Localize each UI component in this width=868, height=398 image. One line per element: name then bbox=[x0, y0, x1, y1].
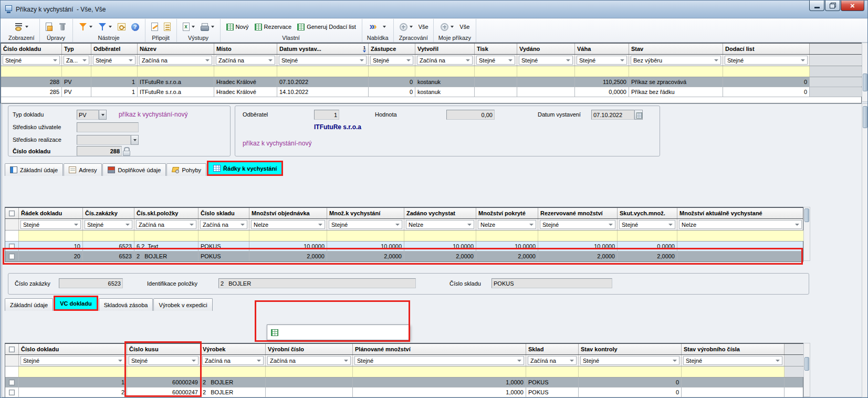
column-header[interactable]: Čís.skl.položky bbox=[134, 208, 198, 218]
filter-input[interactable] bbox=[249, 231, 327, 241]
column-header[interactable]: Množství aktuálně vychystané bbox=[677, 208, 804, 218]
filter-input[interactable] bbox=[138, 66, 214, 77]
typ-dokladu-field[interactable]: PV bbox=[77, 110, 99, 120]
filter-operator-select[interactable]: Nelze bbox=[679, 220, 802, 229]
scrollbar-thumb[interactable] bbox=[863, 106, 867, 128]
filter-operator-select[interactable]: Stejné bbox=[370, 56, 413, 65]
trash-button[interactable] bbox=[57, 22, 68, 32]
column-header[interactable]: Číslo kusu bbox=[127, 344, 201, 354]
view-button[interactable] bbox=[14, 22, 29, 32]
pane-scrollbar[interactable] bbox=[862, 103, 868, 397]
column-header[interactable]: Rezervované množství bbox=[538, 208, 618, 218]
filter-operator-select[interactable]: Stejné bbox=[20, 356, 125, 365]
table-row[interactable]: 288PV1ITFutuRe s.r.o.aHradec Králové07.1… bbox=[1, 77, 861, 87]
filter-input[interactable] bbox=[201, 366, 266, 377]
filter-operator-select[interactable]: Začíná na bbox=[139, 56, 212, 65]
filter-operator-select[interactable]: Stejné bbox=[519, 56, 573, 65]
filter-operator-select[interactable]: Bez výběru bbox=[631, 56, 721, 65]
filter-input[interactable] bbox=[19, 231, 83, 241]
filter-input[interactable] bbox=[629, 66, 723, 77]
filter-operator-select[interactable]: Nelze bbox=[478, 220, 536, 229]
scrollbar-thumb[interactable] bbox=[804, 208, 809, 222]
column-header[interactable]: Stav výrobního čísla bbox=[682, 344, 785, 354]
column-header[interactable]: Množství pokryté bbox=[476, 208, 538, 218]
filter-input[interactable] bbox=[19, 366, 127, 377]
scrollbar-thumb[interactable] bbox=[863, 74, 867, 91]
row-checkbox[interactable] bbox=[5, 387, 19, 397]
filter-operator-select[interactable]: Stejné bbox=[725, 56, 808, 65]
plusc-button[interactable] bbox=[440, 23, 455, 32]
stredisko-realizace-dropdown-button[interactable] bbox=[131, 135, 139, 145]
row-checkbox[interactable] bbox=[5, 252, 19, 261]
column-header[interactable]: Vytvořil bbox=[415, 44, 475, 54]
filter-operator-select[interactable]: Začíná na bbox=[202, 356, 264, 365]
tab-v-robek-v-expedici[interactable]: Výrobek v expedici bbox=[153, 298, 212, 311]
column-header[interactable]: Váha bbox=[575, 44, 629, 54]
filter-operator-select[interactable]: Stejné bbox=[129, 356, 198, 365]
filter-input[interactable] bbox=[476, 231, 538, 241]
column-header[interactable]: Zadáno vychystat bbox=[404, 208, 476, 218]
stredisko-realizace-field[interactable] bbox=[77, 135, 131, 145]
filter-input[interactable] bbox=[517, 66, 575, 77]
tab-pohyby[interactable]: Pohyby bbox=[166, 163, 206, 176]
filter-operator-select[interactable]: Stejné bbox=[329, 220, 402, 229]
tab-dopl-kov-daje[interactable]: Doplňkové údaje bbox=[102, 163, 166, 176]
lines-scrollbar[interactable] bbox=[803, 207, 810, 261]
filter-operator-select[interactable]: Stejné bbox=[20, 220, 81, 229]
cislo-skladu-field[interactable]: POKUS bbox=[491, 278, 612, 288]
filter-operator-select[interactable]: Začíná na bbox=[417, 56, 473, 65]
odberatel-field[interactable]: 1 bbox=[314, 110, 339, 120]
filter-input[interactable] bbox=[353, 366, 526, 377]
calendar-button[interactable] bbox=[634, 110, 643, 120]
table-row[interactable]: 2065232 BOJLERPOKUS2,00002,00002,00002,0… bbox=[5, 252, 803, 261]
filter-input[interactable] bbox=[91, 66, 138, 77]
column-header[interactable]: Název bbox=[138, 44, 214, 54]
column-header[interactable]: Tisk bbox=[475, 44, 517, 54]
list-button[interactable] bbox=[163, 22, 172, 32]
column-header[interactable]: Sklad bbox=[526, 344, 579, 354]
serials-scrollbar[interactable] bbox=[803, 343, 810, 397]
restore-button[interactable] bbox=[825, 1, 840, 11]
tab-z-kladn-daje[interactable]: Základní údaje bbox=[5, 298, 53, 311]
tab-skladov-z-soba[interactable]: Skladová zásoba bbox=[99, 298, 153, 311]
filter-input[interactable] bbox=[134, 231, 198, 241]
filter-input[interactable] bbox=[575, 66, 629, 77]
row-checkbox[interactable] bbox=[5, 242, 19, 251]
column-header[interactable]: Množ.k vychystání bbox=[327, 208, 404, 218]
filter-input[interactable] bbox=[214, 66, 277, 77]
funnel-o-button[interactable] bbox=[78, 22, 93, 32]
filter-operator-select[interactable]: Stejné bbox=[354, 356, 524, 365]
identifikace-polozky-field[interactable]: 2 BOJLER bbox=[218, 278, 416, 288]
filter-operator-select[interactable]: Nelze bbox=[406, 220, 474, 229]
key-button[interactable] bbox=[117, 23, 127, 31]
tab-adresy[interactable]: Adresy bbox=[64, 163, 102, 176]
filter-input[interactable] bbox=[198, 231, 249, 241]
filter-input[interactable] bbox=[1, 66, 62, 77]
filter-input[interactable] bbox=[682, 366, 785, 377]
tab-vc-dokladu[interactable]: VC dokladu bbox=[54, 296, 98, 311]
cislo-zakazky-field[interactable]: 6523 bbox=[59, 278, 123, 288]
stredisko-uzivatele-field[interactable] bbox=[77, 122, 139, 132]
column-header[interactable]: Stav bbox=[629, 44, 723, 54]
filter-input[interactable] bbox=[723, 66, 810, 77]
typ-dokladu-dropdown-button[interactable] bbox=[99, 110, 107, 120]
filter-input[interactable] bbox=[127, 366, 201, 377]
filter-input[interactable] bbox=[415, 66, 475, 77]
doc-button[interactable] bbox=[45, 22, 54, 32]
filter-input[interactable] bbox=[475, 66, 517, 77]
filter-operator-select[interactable]: Stejné bbox=[619, 220, 675, 229]
filter-operator-select[interactable]: Stejné bbox=[3, 56, 60, 65]
funnel-b-button[interactable] bbox=[97, 22, 113, 32]
column-header[interactable]: Číslo dokladu bbox=[1, 44, 62, 54]
tab-z-kladn-daje[interactable]: Základní údaje bbox=[5, 163, 63, 176]
filter-input[interactable] bbox=[62, 66, 91, 77]
filter-input[interactable] bbox=[526, 366, 579, 377]
filter-operator-select[interactable]: Stejné bbox=[93, 56, 135, 65]
filter-input[interactable] bbox=[404, 231, 476, 241]
print-button[interactable] bbox=[200, 22, 215, 32]
column-header[interactable]: Řádek dokladu bbox=[19, 208, 83, 218]
excel-button[interactable] bbox=[182, 22, 196, 32]
filter-operator-select[interactable]: Stejné bbox=[85, 220, 132, 229]
filter-input[interactable] bbox=[83, 231, 134, 241]
filter-operator-select[interactable]: Stejné bbox=[476, 56, 515, 65]
